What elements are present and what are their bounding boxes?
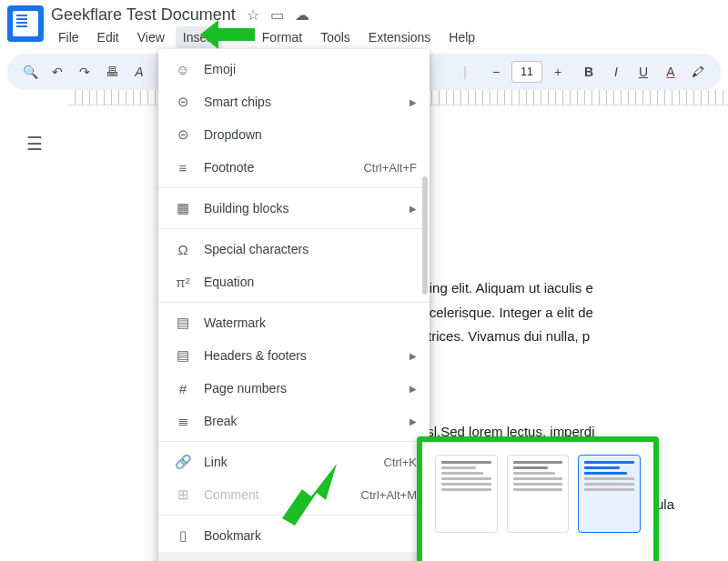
toolbar-separator: | <box>453 60 477 84</box>
hash-icon: # <box>173 381 193 396</box>
toc-style-submenu: Links <box>417 436 659 561</box>
menu-separator <box>158 228 430 229</box>
menu-item-break[interactable]: ≣Break▶ <box>158 405 430 437</box>
menu-help[interactable]: Help <box>441 26 482 48</box>
font-size-decrease[interactable]: − <box>484 60 508 84</box>
shortcut-label: Ctrl+K <box>384 456 417 469</box>
menu-item-link[interactable]: 🔗LinkCtrl+K <box>158 446 430 478</box>
chevron-right-icon: ▶ <box>410 97 417 107</box>
blocks-icon: ▦ <box>173 200 193 216</box>
chevron-right-icon: ▶ <box>410 416 417 426</box>
toc-option-links[interactable] <box>578 455 641 533</box>
menu-scrollbar[interactable] <box>422 176 428 295</box>
bookmark-icon: ▯ <box>173 527 193 544</box>
menu-separator <box>158 515 430 516</box>
chevron-right-icon: ▶ <box>410 384 417 394</box>
break-icon: ≣ <box>173 413 193 429</box>
app-header: Geekflare Test Document ☆ ▭ ☁ File Edit … <box>0 0 728 48</box>
footnote-icon: ≡ <box>173 160 193 175</box>
menu-extensions[interactable]: Extensions <box>361 26 438 48</box>
dropdown-icon: ⊝ <box>173 126 193 143</box>
shortcut-label: Ctrl+Alt+M <box>361 488 417 502</box>
document-outline-icon[interactable]: ☰ <box>26 133 43 155</box>
menu-item-page-numbers[interactable]: #Page numbers▶ <box>158 372 430 405</box>
highlight-icon[interactable]: 🖍 <box>686 60 710 84</box>
menu-edit[interactable]: Edit <box>90 26 126 48</box>
header-footer-icon: ▤ <box>173 347 193 364</box>
menu-item-dropdown[interactable]: ⊝Dropdown <box>158 118 430 151</box>
document-title[interactable]: Geekflare Test Document <box>51 5 236 25</box>
menu-item-comment: ⊞CommentCtrl+Alt+M <box>158 478 430 511</box>
menu-insert[interactable]: Insert <box>176 26 222 48</box>
menu-item-table-of-contents[interactable]: ≡Table of contents▶ <box>158 552 430 561</box>
menu-item-special-characters[interactable]: ΩSpecial characters <box>158 233 430 265</box>
emoji-icon: ☺ <box>173 62 193 77</box>
insert-menu-dropdown: ☺Emoji ⊝Smart chips▶ ⊝Dropdown ≡Footnote… <box>158 49 430 561</box>
search-tools-icon[interactable]: 🔍 <box>18 60 42 84</box>
underline-icon[interactable]: U <box>632 60 655 84</box>
move-folder-icon[interactable]: ▭ <box>270 6 284 24</box>
menu-separator <box>158 187 430 188</box>
italic-icon[interactable]: I <box>604 60 628 84</box>
menu-item-building-blocks[interactable]: ▦Building blocks▶ <box>158 192 430 225</box>
menu-item-footnote[interactable]: ≡FootnoteCtrl+Alt+F <box>158 151 430 184</box>
chevron-right-icon: ▶ <box>410 351 417 361</box>
font-size-increase[interactable]: + <box>546 60 570 84</box>
spellcheck-icon[interactable]: A <box>127 60 151 84</box>
menu-file[interactable]: File <box>51 26 86 48</box>
link-icon: 🔗 <box>173 454 193 470</box>
chevron-right-icon: ▶ <box>410 204 417 214</box>
menu-view[interactable]: View <box>130 26 172 48</box>
font-size-control: − 11 + <box>484 60 570 84</box>
redo-icon[interactable]: ↷ <box>73 60 96 84</box>
menu-separator <box>158 441 430 442</box>
pi-icon: π² <box>173 275 193 290</box>
text-color-icon[interactable]: A <box>659 60 682 84</box>
menu-item-bookmark[interactable]: ▯Bookmark <box>158 519 430 552</box>
docs-logo[interactable] <box>7 5 44 42</box>
toc-option-dotted[interactable] <box>507 455 570 533</box>
cloud-status-icon: ☁ <box>295 6 309 24</box>
menu-item-headers-footers[interactable]: ▤Headers & footers▶ <box>158 339 430 372</box>
shortcut-label: Ctrl+Alt+F <box>363 161 417 175</box>
watermark-icon: ▤ <box>173 315 193 331</box>
toc-option-plain[interactable] <box>435 455 498 533</box>
star-icon[interactable]: ☆ <box>247 6 259 24</box>
menu-tools[interactable]: Tools <box>313 26 358 48</box>
menu-item-equation[interactable]: π²Equation <box>158 265 430 298</box>
menu-item-smart-chips[interactable]: ⊝Smart chips▶ <box>158 85 430 118</box>
menubar: File Edit View Insert Format Tools Exten… <box>51 26 482 48</box>
print-icon[interactable]: 🖶 <box>100 60 124 84</box>
menu-item-watermark[interactable]: ▤Watermark <box>158 306 430 339</box>
omega-icon: Ω <box>173 242 193 257</box>
chip-icon: ⊝ <box>173 94 193 110</box>
menu-item-emoji[interactable]: ☺Emoji <box>158 53 430 85</box>
comment-icon: ⊞ <box>173 486 193 503</box>
bold-icon[interactable]: B <box>577 60 601 84</box>
undo-icon[interactable]: ↶ <box>46 60 69 84</box>
menu-format[interactable]: Format <box>226 26 309 48</box>
left-gutter: ☰ <box>0 105 68 155</box>
font-size-input[interactable]: 11 <box>511 61 542 83</box>
menu-separator <box>158 302 430 303</box>
